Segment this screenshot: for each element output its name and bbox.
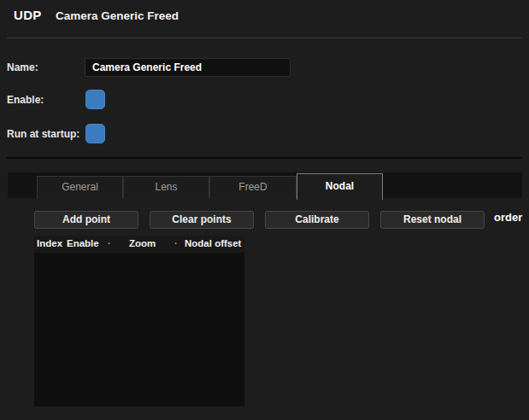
tab-general[interactable]: General [37, 176, 123, 198]
tab-strip: General Lens FreeD Nodal [8, 172, 522, 198]
enable-label: Enable: [7, 94, 44, 106]
column-header-nodal-offset: Nodal offset [185, 238, 241, 248]
column-separator-icon[interactable]: · [108, 238, 111, 248]
header-divider [7, 38, 522, 38]
section-divider [7, 157, 522, 159]
name-input[interactable] [85, 58, 291, 77]
run-at-startup-checkbox[interactable] [85, 124, 105, 143]
order-label: order [494, 211, 522, 224]
column-separator-icon[interactable]: · [174, 238, 178, 248]
run-at-startup-label: Run at startup: [7, 128, 79, 140]
protocol-label: UDP [14, 8, 42, 22]
name-label: Name: [7, 61, 38, 73]
column-header-index: Index [37, 238, 62, 248]
add-point-button[interactable]: Add point [34, 211, 138, 229]
clear-points-button[interactable]: Clear points [150, 211, 254, 229]
points-table-body[interactable] [34, 253, 244, 406]
column-header-zoom: Zoom [129, 238, 156, 248]
tab-nodal[interactable]: Nodal [297, 173, 383, 200]
points-table-header: Index Enable · Zoom · Nodal offset [34, 236, 244, 253]
reset-nodal-button[interactable]: Reset nodal [380, 211, 485, 229]
column-header-enable: Enable [67, 238, 99, 248]
tab-lens[interactable]: Lens [123, 176, 209, 198]
enable-checkbox[interactable] [85, 90, 105, 109]
calibrate-button[interactable]: Calibrate [265, 211, 369, 229]
tab-freed[interactable]: FreeD [209, 176, 297, 198]
udp-settings-window: UDP Camera Generic Freed Name: Enable: R… [0, 0, 529, 420]
page-title: Camera Generic Freed [56, 9, 179, 22]
